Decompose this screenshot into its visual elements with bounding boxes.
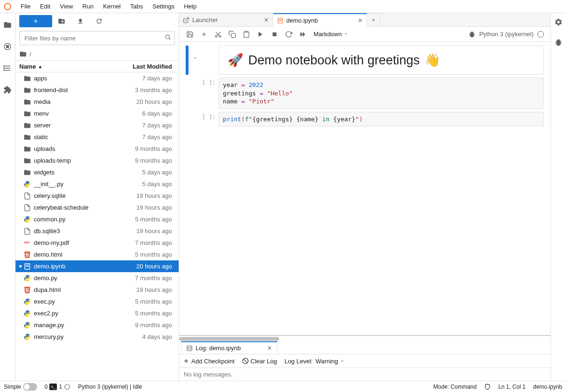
menu-kernel[interactable]: Kernel bbox=[98, 1, 126, 12]
copy-icon[interactable] bbox=[225, 31, 239, 38]
file-row[interactable]: uploads9 months ago bbox=[16, 143, 179, 155]
add-checkpoint-button[interactable]: Add Checkpoint bbox=[183, 358, 235, 365]
h-scrollbar[interactable] bbox=[179, 336, 550, 341]
save-icon[interactable] bbox=[183, 31, 197, 38]
close-icon[interactable]: ✕ bbox=[267, 345, 272, 352]
menu-settings[interactable]: Settings bbox=[148, 1, 179, 12]
mode-indicator[interactable]: Mode: Command bbox=[433, 384, 477, 390]
file-row[interactable]: media20 hours ago bbox=[16, 96, 179, 108]
notebook-area[interactable]: 🚀Demo notebook with greetings👋 [ ]: year… bbox=[179, 42, 550, 335]
current-file[interactable]: demo.ipynb bbox=[533, 384, 562, 390]
toc-icon[interactable] bbox=[3, 64, 12, 72]
jupyter-logo-icon bbox=[4, 3, 11, 10]
menu-run[interactable]: Run bbox=[78, 1, 98, 12]
file-row[interactable]: demo.ipynb20 hours ago bbox=[16, 260, 179, 272]
markdown-cell[interactable]: 🚀Demo notebook with greetings👋 bbox=[186, 46, 544, 75]
file-row[interactable]: dupa.html19 hours ago bbox=[16, 284, 179, 296]
run-icon[interactable] bbox=[253, 31, 267, 38]
file-row[interactable]: menv6 days ago bbox=[16, 108, 179, 119]
file-row[interactable]: apps7 days ago bbox=[16, 72, 179, 84]
file-name: uploads-temp bbox=[34, 157, 118, 164]
bug-icon[interactable] bbox=[465, 31, 479, 38]
new-folder-icon[interactable] bbox=[52, 17, 71, 25]
paste-icon[interactable] bbox=[239, 31, 253, 38]
restart-icon[interactable] bbox=[282, 31, 296, 38]
open-tabs-count[interactable]: 0>_1 bbox=[45, 384, 71, 390]
code-editor[interactable]: print(f"{greetings} {name} in {year}") bbox=[219, 112, 544, 127]
file-modified: 9 months ago bbox=[118, 321, 179, 329]
file-row[interactable]: PDFdemo-my.pdf7 months ago bbox=[16, 237, 179, 249]
run-all-icon[interactable] bbox=[296, 31, 310, 38]
cut-icon[interactable] bbox=[211, 31, 225, 38]
kernel-status-icon[interactable] bbox=[537, 31, 544, 38]
col-name-header[interactable]: Name▲ bbox=[16, 63, 113, 70]
simple-toggle[interactable]: Simple bbox=[4, 383, 37, 391]
collapse-icon[interactable] bbox=[190, 46, 200, 75]
log-tab[interactable]: Log: demo.ipynb ✕ bbox=[181, 341, 277, 354]
breadcrumb[interactable]: / bbox=[16, 48, 179, 60]
file-row[interactable]: demo.py7 months ago bbox=[16, 272, 179, 284]
add-tab-button[interactable]: + bbox=[367, 13, 380, 26]
running-icon[interactable] bbox=[3, 42, 12, 51]
filter-files-input[interactable] bbox=[19, 31, 175, 45]
debugger-icon[interactable] bbox=[554, 38, 563, 48]
file-row[interactable]: db.sqlite319 hours ago bbox=[16, 225, 179, 237]
file-row[interactable]: widgets5 days ago bbox=[16, 166, 179, 178]
code-editor[interactable]: year = 2022 greetings = "Hello" name = "… bbox=[219, 78, 544, 109]
file-row[interactable]: celery.sqlite19 hours ago bbox=[16, 190, 179, 202]
file-row[interactable]: celerybeat-schedule19 hours ago bbox=[16, 202, 179, 213]
file-row[interactable]: static7 days ago bbox=[16, 131, 179, 143]
folder-icon[interactable] bbox=[3, 21, 12, 29]
svg-rect-28 bbox=[273, 32, 276, 36]
file-row[interactable]: exec.py5 months ago bbox=[16, 296, 179, 307]
file-row[interactable]: uploads-temp9 months ago bbox=[16, 155, 179, 166]
file-modified: 19 hours ago bbox=[118, 227, 179, 235]
new-launcher-button[interactable] bbox=[19, 15, 52, 27]
menubar: FileEditViewRunKernelTabsSettingsHelp bbox=[0, 0, 566, 13]
file-row[interactable]: server7 days ago bbox=[16, 119, 179, 131]
clear-log-button[interactable]: Clear Log bbox=[242, 358, 277, 365]
svg-point-9 bbox=[165, 35, 169, 39]
upload-icon[interactable] bbox=[71, 17, 90, 25]
col-modified-header[interactable]: Last Modified bbox=[113, 63, 179, 70]
menu-view[interactable]: View bbox=[55, 1, 78, 12]
menu-help[interactable]: Help bbox=[179, 1, 201, 12]
add-cell-icon[interactable] bbox=[197, 31, 211, 38]
html-icon bbox=[24, 251, 31, 259]
file-row[interactable]: exec2.py5 months ago bbox=[16, 307, 179, 319]
notebook-trusted-icon[interactable] bbox=[484, 384, 491, 390]
cursor-position[interactable]: Ln 1, Col 1 bbox=[498, 384, 526, 390]
menu-tabs[interactable]: Tabs bbox=[126, 1, 148, 12]
refresh-icon[interactable] bbox=[90, 17, 109, 25]
file-name: db.sqlite3 bbox=[34, 227, 118, 235]
cell-prompt: [ ]: bbox=[200, 112, 219, 127]
markdown-rendered[interactable]: 🚀Demo notebook with greetings👋 bbox=[219, 46, 544, 75]
stop-icon[interactable] bbox=[267, 31, 282, 38]
kernel-status[interactable]: Python 3 (ipykernel) | Idle bbox=[78, 384, 142, 390]
extensions-icon[interactable] bbox=[3, 86, 12, 94]
kernel-name[interactable]: Python 3 (ipykernel) bbox=[479, 31, 537, 38]
code-cell[interactable]: [ ]: print(f"{greetings} {name} in {year… bbox=[186, 112, 544, 127]
menu-file[interactable]: File bbox=[16, 1, 35, 12]
file-row[interactable]: demo.html5 months ago bbox=[16, 249, 179, 260]
file-row[interactable]: mercury.py4 days ago bbox=[16, 331, 179, 343]
tab-demo-ipynb[interactable]: demo.ipynb✕ bbox=[273, 13, 367, 27]
svg-rect-17 bbox=[279, 19, 282, 20]
svg-point-21 bbox=[215, 35, 217, 37]
file-row[interactable]: __init__.py5 days ago bbox=[16, 178, 179, 190]
file-row[interactable]: common.py5 months ago bbox=[16, 213, 179, 225]
cell-type-dropdown[interactable]: Markdown bbox=[310, 31, 352, 38]
breadcrumb-root[interactable]: / bbox=[30, 51, 31, 58]
close-icon[interactable]: ✕ bbox=[264, 16, 269, 24]
menu-edit[interactable]: Edit bbox=[35, 1, 55, 12]
file-row[interactable]: frontend-dist3 months ago bbox=[16, 84, 179, 96]
tab-launcher[interactable]: Launcher✕ bbox=[179, 13, 273, 26]
log-level-select[interactable]: Warning bbox=[315, 358, 345, 365]
property-inspector-icon[interactable] bbox=[554, 18, 563, 28]
svg-rect-31 bbox=[187, 345, 192, 351]
close-icon[interactable]: ✕ bbox=[358, 17, 363, 24]
file-list[interactable]: apps7 days agofrontend-dist3 months agom… bbox=[16, 72, 179, 381]
file-modified: 5 days ago bbox=[118, 169, 179, 176]
code-cell[interactable]: [ ]: year = 2022 greetings = "Hello" nam… bbox=[186, 78, 544, 109]
file-row[interactable]: manage.py9 months ago bbox=[16, 319, 179, 331]
